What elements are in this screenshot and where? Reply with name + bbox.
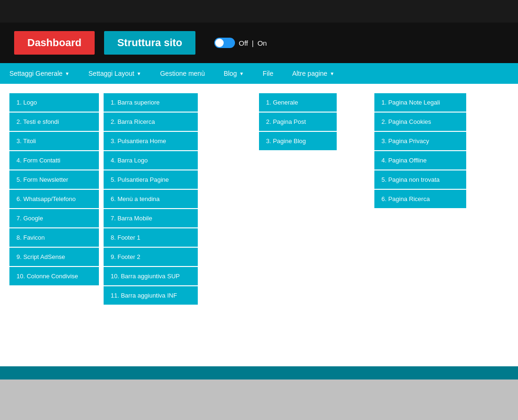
nav-item-settaggi-layout[interactable]: Settaggi Layout ▼ <box>79 63 151 84</box>
list-item[interactable]: 4. Form Contatti <box>9 151 99 170</box>
list-item[interactable]: 9. Footer 2 <box>104 248 198 267</box>
nav-label-altre-pagine: Altre pagine <box>292 70 327 77</box>
nav-item-gestione-menu[interactable]: Gestione menù <box>151 63 214 84</box>
toggle-separator: | <box>252 39 254 47</box>
list-item[interactable]: 5. Pagina non trovata <box>374 170 466 190</box>
content-area: 1. Logo2. Testi e sfondi3. Titoli4. Form… <box>0 84 518 366</box>
nav-item-settaggi-generale[interactable]: Settaggi Generale ▼ <box>0 63 79 84</box>
list-item[interactable]: 7. Google <box>9 209 99 228</box>
nav-item-file[interactable]: File <box>253 63 283 84</box>
nav-item-altre-pagine[interactable]: Altre pagine ▼ <box>283 63 344 84</box>
list-item[interactable]: 9. Script AdSense <box>9 248 99 267</box>
toggle-off-label: Off <box>239 39 248 47</box>
list-item[interactable]: 1. Barra superiore <box>104 93 198 113</box>
col-settaggi-generale: 1. Logo2. Testi e sfondi3. Titoli4. Form… <box>9 93 99 285</box>
list-item[interactable]: 1. Generale <box>259 93 337 113</box>
chevron-down-icon: ▼ <box>65 71 70 76</box>
list-item[interactable]: 5. Form Newsletter <box>9 170 99 190</box>
list-item[interactable]: 6. Menù a tendina <box>104 190 198 209</box>
list-item[interactable]: 10. Colonne Condivise <box>9 267 99 285</box>
toggle-knob <box>215 39 224 47</box>
list-item[interactable]: 2. Barra Ricerca <box>104 113 198 132</box>
list-item[interactable]: 10. Barra aggiuntiva SUP <box>104 267 198 286</box>
toggle-on-label: On <box>258 39 267 47</box>
chevron-down-icon: ▼ <box>330 71 334 76</box>
nav-bar: Settaggi Generale ▼ Settaggi Layout ▼ Ge… <box>0 63 518 84</box>
list-item[interactable]: 5. Pulsantiera Pagine <box>104 170 198 190</box>
list-item[interactable]: 1. Logo <box>9 93 99 113</box>
list-item[interactable]: 4. Pagina Offline <box>374 151 466 170</box>
bottom-bar <box>0 366 518 380</box>
chevron-down-icon: ▼ <box>137 71 141 76</box>
nav-label-blog: Blog <box>224 70 237 77</box>
toggle-area: Off | On <box>214 38 267 48</box>
col-settaggi-layout: 1. Barra superiore2. Barra Ricerca3. Pul… <box>104 93 198 305</box>
list-item[interactable]: 3. Pulsantiera Home <box>104 132 198 151</box>
list-item[interactable]: 3. Pagine Blog <box>259 132 337 150</box>
struttura-sito-button[interactable]: Struttura sito <box>104 31 195 55</box>
list-item[interactable]: 8. Favicon <box>9 228 99 248</box>
col-blog: 1. Generale2. Pagina Post3. Pagine Blog <box>259 93 337 150</box>
top-bar <box>0 0 518 23</box>
nav-label-settaggi-generale: Settaggi Generale <box>9 70 63 77</box>
header: Dashboard Struttura sito Off | On <box>0 23 518 63</box>
nav-item-blog[interactable]: Blog ▼ <box>214 63 253 84</box>
chevron-down-icon: ▼ <box>239 71 244 76</box>
list-item[interactable]: 1. Pagina Note Legali <box>374 93 466 113</box>
nav-label-file: File <box>263 70 274 77</box>
col-altre-pagine: 1. Pagina Note Legali2. Pagina Cookies3.… <box>374 93 466 208</box>
toggle-switch[interactable] <box>214 38 235 48</box>
list-item[interactable]: 6. Whatsapp/Telefono <box>9 190 99 209</box>
list-item[interactable]: 6. Pagina Ricerca <box>374 190 466 208</box>
dashboard-button[interactable]: Dashboard <box>14 31 95 55</box>
list-item[interactable]: 2. Pagina Post <box>259 113 337 132</box>
list-item[interactable]: 2. Pagina Cookies <box>374 113 466 132</box>
nav-label-settaggi-layout: Settaggi Layout <box>89 70 134 77</box>
list-item[interactable]: 2. Testi e sfondi <box>9 113 99 132</box>
list-item[interactable]: 3. Pagina Privacy <box>374 132 466 151</box>
list-item[interactable]: 4. Barra Logo <box>104 151 198 170</box>
list-item[interactable]: 8. Footer 1 <box>104 228 198 248</box>
list-item[interactable]: 7. Barra Mobile <box>104 209 198 228</box>
list-item[interactable]: 11. Barra aggiuntiva INF <box>104 286 198 305</box>
list-item[interactable]: 3. Titoli <box>9 132 99 151</box>
nav-label-gestione-menu: Gestione menù <box>160 70 205 77</box>
